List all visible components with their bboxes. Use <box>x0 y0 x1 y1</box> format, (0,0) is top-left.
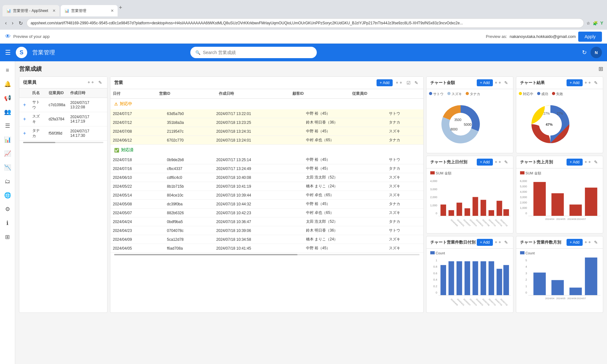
chart-daily-sales-add-btn[interactable]: + Add <box>477 159 493 166</box>
table-row[interactable]: + タナカ f56f3f8d 2024/07/17 14:17:30 <box>19 126 107 141</box>
address-input[interactable] <box>27 18 584 28</box>
table-row[interactable]: 2024/05/07882b63262024/07/18 10:42:23中村 … <box>110 209 423 217</box>
table-row[interactable]: 2024/07/180b9de2b82024/07/17 13:25:14中野 … <box>110 155 423 164</box>
reload-button[interactable]: ↻ <box>17 19 24 27</box>
table-row[interactable]: 2024/06/10cdf6c4c02024/07/18 10:40:08太田 … <box>110 173 423 182</box>
emp-id: c7d1098a <box>46 98 68 112</box>
chart-monthly-sales-edit-btn[interactable]: ✎ <box>593 159 599 165</box>
search-input[interactable] <box>203 50 312 55</box>
table-row[interactable]: + スズキ d2fa3784 2024/07/17 14:17:19 <box>19 112 107 126</box>
sidebar-item-chart2[interactable]: 📉 <box>1 161 14 174</box>
chart-amount-filter-btn[interactable]: ⚬⚬ <box>493 80 503 86</box>
preview-eye-icon: 👁 <box>5 33 11 40</box>
refresh-icon[interactable]: ↻ <box>582 49 587 56</box>
chart-monthly-count-add-btn[interactable]: + Add <box>567 239 583 246</box>
table-row[interactable]: 2024/04/095ca12d782024/07/18 10:34:58橋本 … <box>110 235 423 244</box>
tab-appsheet[interactable]: 📊 営業管理 - AppSheet ✕ <box>3 5 59 16</box>
extension-icon[interactable]: 🧩 <box>593 21 598 26</box>
header-search[interactable]: 🔍 <box>190 47 317 58</box>
table-row[interactable]: 2024/06/126702c7702024/07/18 13:24:01中村 … <box>110 136 423 145</box>
tab-close-1[interactable]: ✕ <box>52 9 56 13</box>
chart-daily-count-filter-btn[interactable]: ⚬⚬ <box>493 239 503 246</box>
table-row[interactable]: 2024/05/14804ce10c2024/07/18 10:39:44中村 … <box>110 191 423 200</box>
chart-daily-sales-edit-btn[interactable]: ✎ <box>503 159 509 165</box>
sales-check-btn[interactable]: ☑ <box>405 80 412 86</box>
employees-table: 氏名 従業員ID 作成日時 + サトウ c7d1098a <box>19 88 107 141</box>
hamburger-icon[interactable]: ☰ <box>5 49 11 56</box>
chart-daily-count-edit-btn[interactable]: ✎ <box>503 239 509 246</box>
table-row[interactable]: 2024/04/240bdf9ba52024/07/18 10:36:47太田 … <box>110 217 423 226</box>
chart-amount-edit-btn[interactable]: ✎ <box>503 80 509 86</box>
full-layout: 従業員 ⚬⚬ ✎ 氏名 従業員ID <box>19 76 603 313</box>
add-row-btn[interactable]: + <box>22 129 27 137</box>
sidebar-item-menu[interactable]: ≡ <box>1 64 14 76</box>
chart-amount-add-btn[interactable]: + Add <box>477 79 493 86</box>
emp-name: スズキ <box>30 112 46 126</box>
table-row[interactable]: 2024/07/12351b8a3a2024/07/18 13:23:25鈴木 … <box>110 118 423 127</box>
table-row[interactable]: 2024/04/230704078c2024/07/18 10:39:06鈴木 … <box>110 226 423 235</box>
sidebar-item-info[interactable]: ℹ <box>1 217 14 229</box>
profile-icon[interactable]: Y <box>600 21 603 26</box>
svg-text:2024/06: 2024/06 <box>567 297 577 300</box>
chart-monthly-count-filter-btn[interactable]: ⚬⚬ <box>583 239 593 246</box>
sales-add-button[interactable]: + Add <box>377 79 393 86</box>
sidebar-item-notifications[interactable]: 🔔 <box>1 78 14 90</box>
col-header-empid: 従業員ID <box>46 88 68 98</box>
sidebar-item-web[interactable]: 🌐 <box>1 189 14 202</box>
table-row[interactable]: 2024/07/1763d5a7b02024/07/17 13:22:01中野 … <box>110 109 423 118</box>
sales-edit-btn[interactable]: ✎ <box>413 80 420 86</box>
svg-rect-11 <box>464 208 470 216</box>
add-row-btn[interactable]: + <box>22 101 27 109</box>
svg-rect-16 <box>503 209 509 216</box>
apply-button[interactable]: Apply <box>578 32 602 42</box>
table-row[interactable]: 2024/07/082119547c2024/07/18 13:24:31中野 … <box>110 127 423 136</box>
sidebar-item-chart1[interactable]: 📈 <box>1 147 14 160</box>
chart-result-filter-btn[interactable]: ⚬⚬ <box>583 80 593 86</box>
chart-daily-count-body: Count 1 0.8 0.6 0.4 0.2 0 <box>426 249 513 312</box>
status-done-header: ✅ 対応済 <box>110 145 423 155</box>
chart-result-add-btn[interactable]: + Add <box>567 79 583 86</box>
bookmark-icon[interactable]: ☆ <box>586 21 590 26</box>
sales-filter-btn[interactable]: ⚬⚬ <box>394 80 404 86</box>
page-title-bar: 営業成績 ⊞ <box>19 65 603 73</box>
tab-close-2[interactable]: ✕ <box>111 9 114 13</box>
sidebar-item-files[interactable]: 🗂 <box>1 175 14 188</box>
table-row[interactable]: 2024/07/16cfbc43372024/07/17 13:24:49中野 … <box>110 164 423 173</box>
table-row[interactable]: 2024/04/05f6ad708a2024/07/18 10:41:45中野 … <box>110 244 423 253</box>
table-row[interactable]: 2024/05/228b1b715b2024/07/18 10:41:19橋本 … <box>110 182 423 191</box>
svg-rect-55 <box>585 258 597 295</box>
employees-filter-btn[interactable]: ⚬⚬ <box>86 79 96 86</box>
pending-table: 2024/07/1763d5a7b02024/07/17 13:22:01中野 … <box>110 109 423 145</box>
sidebar-item-dashboard[interactable]: 📊 <box>1 133 14 146</box>
chart-daily-count-panel: チャート営業件数日付別 + Add ⚬⚬ ✎ Count 1 <box>426 236 513 313</box>
chart-result-edit-btn[interactable]: ✎ <box>593 80 599 86</box>
back-button[interactable]: ‹ <box>4 19 8 27</box>
tab-sales-mgmt[interactable]: 📊 営業管理 ✕ <box>61 5 118 16</box>
sidebar-item-announcements[interactable]: 📢 <box>1 92 14 104</box>
add-row-btn[interactable]: + <box>22 115 27 123</box>
sidebar-item-grid[interactable]: ⊞ <box>1 231 14 243</box>
forward-button[interactable]: › <box>10 19 15 27</box>
chart-daily-count-legend: Count <box>428 251 512 255</box>
chart-daily-sales-filter-btn[interactable]: ⚬⚬ <box>493 159 503 165</box>
sidebar-item-list[interactable]: ☰ <box>1 119 14 132</box>
sales-scrollbar-h[interactable] <box>110 253 423 257</box>
table-row[interactable]: + サトウ c7d1098a 2024/07/17 13:22:08 <box>19 98 107 112</box>
chart-monthly-count-edit-btn[interactable]: ✎ <box>593 239 599 246</box>
employees-edit-btn[interactable]: ✎ <box>97 79 103 86</box>
legend-tanaka: タナカ <box>466 92 480 96</box>
svg-text:2024/06: 2024/06 <box>567 218 577 221</box>
grid-view-icon[interactable]: ⊞ <box>598 65 603 72</box>
chart-monthly-sales-filter-btn[interactable]: ⚬⚬ <box>583 159 593 165</box>
chart-daily-count-add-btn[interactable]: + Add <box>477 239 493 246</box>
employees-scrollbar[interactable] <box>19 141 107 144</box>
table-row[interactable]: 2024/05/08dc39f0ba2024/07/18 10:44:32中野 … <box>110 200 423 209</box>
search-icon: 🔍 <box>195 50 200 55</box>
chart-result-body: 対応中 成功 失敗 <box>516 89 603 153</box>
sidebar-item-users[interactable]: 👥 <box>1 106 14 118</box>
chart-result-legend: 対応中 成功 失敗 <box>519 92 600 96</box>
sidebar-item-settings[interactable]: ⚙ <box>1 203 14 215</box>
new-tab-button[interactable]: + <box>119 4 122 11</box>
chart-monthly-sales-add-btn[interactable]: + Add <box>567 159 583 166</box>
done-table: 2024/07/180b9de2b82024/07/17 13:25:14中野 … <box>110 155 423 253</box>
